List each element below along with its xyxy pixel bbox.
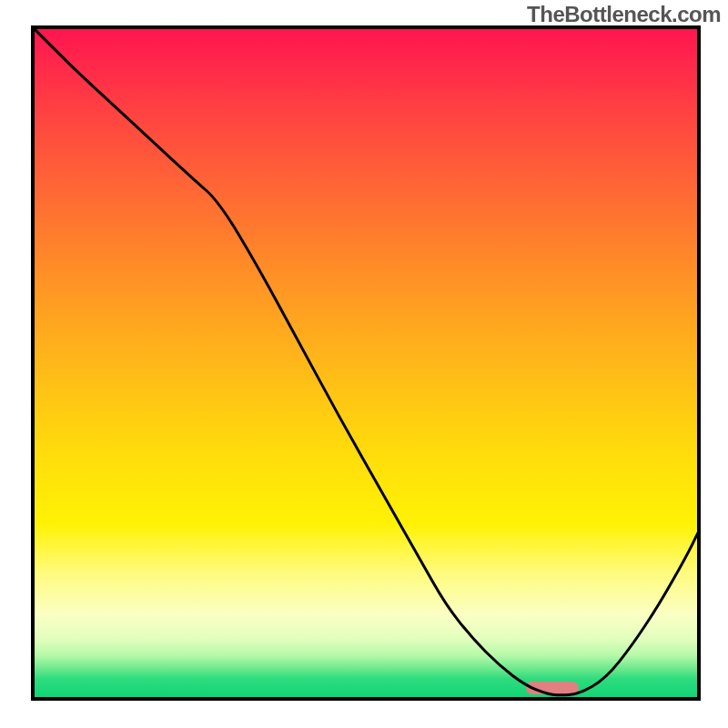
chart-container: TheBottleneck.com	[0, 0, 728, 728]
bottleneck-curve	[33, 27, 699, 699]
watermark-text: TheBottleneck.com	[527, 2, 721, 27]
plot-area	[33, 27, 699, 699]
